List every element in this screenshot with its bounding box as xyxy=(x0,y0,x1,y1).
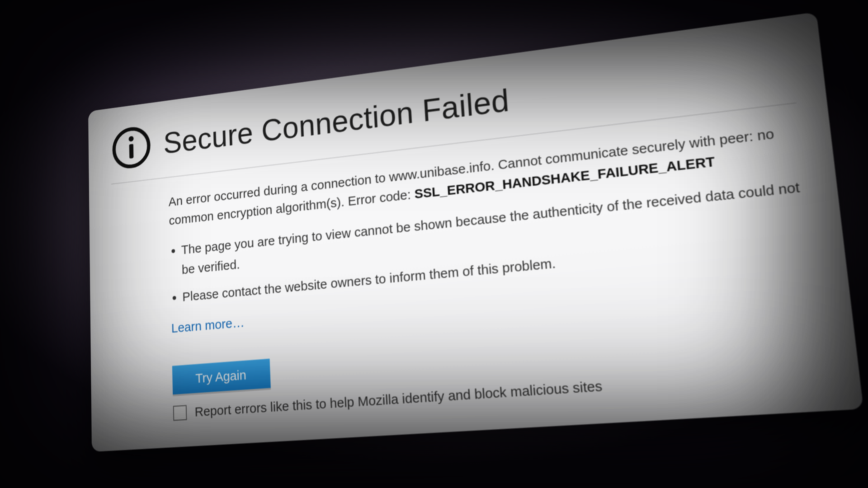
report-checkbox[interactable] xyxy=(173,405,187,421)
learn-more-link[interactable]: Learn more… xyxy=(171,314,245,335)
error-card: Secure Connection Failed An error occurr… xyxy=(88,12,863,451)
error-title: Secure Connection Failed xyxy=(163,82,510,160)
info-icon xyxy=(110,123,152,173)
stage: Secure Connection Failed An error occurr… xyxy=(0,0,868,488)
svg-rect-2 xyxy=(129,144,134,159)
svg-point-1 xyxy=(129,136,134,142)
try-again-button[interactable]: Try Again xyxy=(172,358,271,394)
